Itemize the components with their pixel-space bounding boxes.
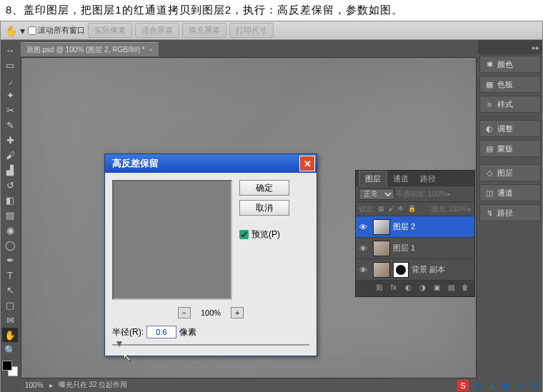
blur-tool[interactable]: ◉ (2, 223, 18, 237)
dialog-titlebar[interactable]: 高反差保留 ✕ (105, 154, 317, 173)
tab-channels[interactable]: 通道 (387, 171, 414, 186)
notes-tool[interactable]: ✉ (2, 313, 18, 327)
lock-paint-icon[interactable]: 🖌 (388, 205, 397, 213)
new-group-icon[interactable]: ▣ (432, 283, 442, 293)
add-mask-icon[interactable]: ◐ (403, 283, 413, 293)
fit-screen-button[interactable]: 适合屏幕 (135, 23, 179, 38)
fg-color-swatch[interactable] (2, 361, 12, 371)
lang-icon[interactable]: 中 (472, 380, 483, 391)
gradient-tool[interactable]: ▨ (2, 208, 18, 222)
zoom-in-button[interactable]: + (231, 307, 244, 318)
ok-button[interactable]: 确定 (239, 180, 289, 196)
panel-swatches[interactable]: ▦色板 (479, 76, 541, 93)
brush-tool[interactable]: 🖌 (2, 148, 18, 162)
opacity-caret-icon[interactable]: ▸ (447, 190, 451, 198)
scroll-all-checkbox[interactable]: 滚动所有窗口 (28, 25, 85, 36)
layer-row[interactable]: 👁 图层 2 (356, 216, 474, 238)
layer-thumb[interactable] (373, 219, 390, 235)
hand-tool[interactable]: ✋ (2, 328, 18, 342)
blend-opacity-row: 正常 不透明度: 100% ▸ (356, 186, 474, 202)
lock-transparent-icon[interactable]: ▦ (378, 205, 387, 213)
swatches-icon: ▦ (484, 79, 494, 89)
move-tool[interactable]: ↔ (2, 43, 18, 57)
slider-thumb[interactable]: ↖ (116, 341, 122, 348)
preview-checkbox[interactable]: 预览(P) (239, 228, 289, 241)
panel-channels[interactable]: ◫通道 (479, 184, 541, 201)
fill-screen-button[interactable]: 填充屏幕 (182, 23, 226, 38)
tray-icon-b[interactable]: ◧ (500, 380, 512, 391)
visibility-toggle[interactable]: 👁 (356, 223, 370, 231)
doc-tab-active[interactable]: 原图.psd @ 100% (图层 2, RGB/8#) * × (21, 42, 159, 56)
wand-tool[interactable]: ✦ (2, 88, 18, 102)
tray-icon-d[interactable]: ⚙ (529, 380, 540, 391)
status-triangle-icon[interactable]: ▸ (49, 381, 53, 389)
eyedropper-tool[interactable]: ✎ (2, 118, 18, 132)
zoom-tool[interactable]: 🔍 (2, 343, 18, 357)
crop-tool[interactable]: ✂ (2, 103, 18, 117)
tab-layers[interactable]: 图层 (359, 171, 387, 186)
layer-thumb[interactable] (373, 262, 390, 278)
lasso-tool[interactable]: ◞ (2, 73, 18, 87)
type-tool[interactable]: T (2, 268, 18, 282)
trash-icon[interactable]: 🗑 (460, 283, 470, 293)
color-swatches[interactable] (2, 361, 18, 376)
radius-slider-row: ↖ (105, 344, 317, 356)
tray-icon-c[interactable]: ✂ (514, 380, 526, 391)
radius-slider[interactable]: ↖ (112, 344, 309, 346)
doc-tab-title: 原图.psd @ 100% (图层 2, RGB/8#) * (26, 45, 145, 55)
document-tabs: 原图.psd @ 100% (图层 2, RGB/8#) * × (21, 41, 477, 57)
filter-preview[interactable] (112, 180, 232, 300)
visibility-toggle[interactable]: 👁 (356, 244, 370, 253)
blend-mode-select[interactable]: 正常 (359, 189, 394, 200)
adjustment-layer-icon[interactable]: ◑ (417, 283, 427, 293)
preview-check-input[interactable] (239, 230, 249, 239)
cancel-button[interactable]: 取消 (239, 200, 289, 216)
nav-caret-icon[interactable]: ▾ (20, 25, 25, 36)
history-brush-tool[interactable]: ↺ (2, 178, 18, 192)
layer-thumb[interactable] (373, 241, 390, 256)
layers-panel-tabs: 图层 通道 路径 (356, 171, 474, 186)
link-layers-icon[interactable]: ⛓ (374, 283, 384, 293)
dodge-tool[interactable]: ◯ (2, 238, 18, 252)
hand-icon[interactable]: ✋ (5, 25, 17, 36)
layer-row[interactable]: 👁 背景 副本 (356, 259, 474, 281)
stamp-tool[interactable]: ▟ (2, 163, 18, 177)
layer-mask-thumb[interactable] (393, 262, 409, 278)
tray-icon-a[interactable]: ⟂ (486, 380, 497, 391)
radius-input[interactable] (146, 326, 176, 338)
tab-paths[interactable]: 路径 (414, 171, 442, 186)
panel-layers[interactable]: ◇图层 (479, 164, 541, 181)
opacity-value: 100% (428, 190, 447, 198)
path-tool[interactable]: ↖ (2, 283, 18, 297)
dock-collapse-icon[interactable]: ▸▸ (478, 40, 542, 54)
new-layer-icon[interactable]: ▤ (446, 283, 456, 293)
panel-mask[interactable]: ▤蒙版 (479, 140, 541, 157)
panel-adjust[interactable]: ◐调整 (479, 120, 541, 137)
lock-fill-row: 锁定: ▦ 🖌 ✥ 🔒 填充: 100% ▸ (356, 202, 474, 216)
close-tab-icon[interactable]: × (149, 46, 153, 54)
scroll-all-input[interactable] (28, 26, 36, 35)
zoom-out-button[interactable]: − (178, 307, 191, 318)
layer-row[interactable]: 👁 图层 1 (356, 238, 474, 259)
layers-panel-footer: ⛓ fx ◐ ◑ ▣ ▤ 🗑 (356, 281, 474, 296)
pen-tool[interactable]: ✒ (2, 253, 18, 267)
heal-tool[interactable]: ✚ (2, 133, 18, 147)
eraser-tool[interactable]: ◧ (2, 193, 18, 207)
nav-icons: ✋ ▾ (5, 25, 25, 36)
close-dialog-button[interactable]: ✕ (299, 156, 315, 171)
lock-move-icon[interactable]: ✥ (398, 205, 407, 213)
panel-color[interactable]: ✱颜色 (479, 56, 541, 73)
shape-tool[interactable]: ▢ (2, 298, 18, 312)
fill-caret-icon[interactable]: ▸ (468, 205, 472, 213)
fx-icon[interactable]: fx (389, 283, 399, 293)
lock-all-icon[interactable]: 🔒 (408, 205, 417, 213)
ime-icon[interactable]: S (457, 380, 469, 391)
print-size-button[interactable]: 打印尺寸 (229, 23, 274, 38)
actual-pixels-button[interactable]: 实际像素 (88, 23, 132, 38)
radius-row: 半径(R): 像素 (105, 323, 317, 341)
status-zoom: 100% (25, 381, 44, 389)
marquee-tool[interactable]: ▭ (2, 58, 18, 72)
visibility-toggle[interactable]: 👁 (356, 266, 370, 274)
panel-paths[interactable]: ↯路径 (479, 204, 541, 221)
panel-styles[interactable]: ≡样式 (479, 96, 541, 113)
